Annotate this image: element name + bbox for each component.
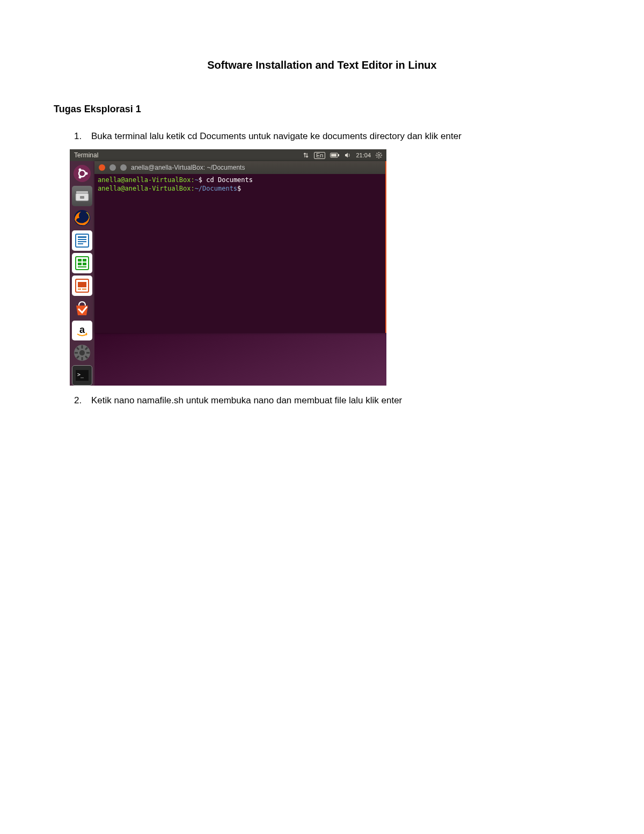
amazon-icon[interactable]: a <box>72 321 92 341</box>
maximize-icon[interactable] <box>120 164 127 171</box>
step-text: Buka terminal lalu ketik cd Documents un… <box>91 131 462 142</box>
files-icon[interactable] <box>72 186 92 206</box>
volume-icon[interactable] <box>345 152 351 158</box>
step-2: 2. Ketik nano namafile.sh untuk membuka … <box>74 395 590 406</box>
svg-rect-24 <box>78 241 86 242</box>
svg-rect-28 <box>83 259 86 262</box>
unity-launcher: a >_ <box>70 161 94 386</box>
svg-text:>_: >_ <box>77 372 84 378</box>
step-text: Ketik nano namafile.sh untuk membuka nan… <box>91 395 402 406</box>
step-number: 1. <box>74 131 84 142</box>
svg-point-15 <box>79 168 82 171</box>
svg-rect-25 <box>78 243 83 244</box>
calc-icon[interactable] <box>72 253 92 273</box>
prompt-path: ~/Documents <box>195 185 237 192</box>
svg-rect-27 <box>78 259 82 262</box>
svg-rect-35 <box>82 288 86 290</box>
software-center-icon[interactable] <box>72 298 92 318</box>
terminal-title: anella@anella-VirtualBox: ~/Documents <box>131 164 245 171</box>
section-heading: Tugas Eksplorasi 1 <box>54 104 590 115</box>
gear-icon[interactable] <box>376 152 382 158</box>
document-title: Software Installation and Text Editor in… <box>54 59 590 71</box>
svg-rect-2 <box>331 154 336 157</box>
svg-point-12 <box>74 165 91 182</box>
minimize-icon[interactable] <box>109 164 116 171</box>
ubuntu-screenshot: Terminal En 21:04 <box>70 149 386 386</box>
impress-icon[interactable] <box>72 275 92 296</box>
clock[interactable]: 21:04 <box>356 152 371 158</box>
svg-rect-19 <box>80 196 84 199</box>
prompt-user: anella@anella-VirtualBox <box>98 176 191 184</box>
step-1: 1. Buka terminal lalu ketik cd Documents… <box>74 131 590 142</box>
firefox-icon[interactable] <box>72 208 92 229</box>
svg-line-11 <box>380 153 381 154</box>
svg-line-9 <box>380 157 381 157</box>
svg-rect-17 <box>76 191 88 193</box>
svg-rect-22 <box>78 236 86 238</box>
terminal-body[interactable]: anella@anella-VirtualBox:~$ cd Documents… <box>94 174 385 333</box>
svg-rect-29 <box>78 263 82 265</box>
svg-rect-26 <box>76 257 89 270</box>
prompt-path: ~ <box>195 176 199 184</box>
ubuntu-dash-icon[interactable] <box>72 163 92 184</box>
svg-text:a: a <box>79 324 85 335</box>
terminal-window: anella@anella-VirtualBox: ~/Documents an… <box>94 161 386 333</box>
step-number: 2. <box>74 395 84 406</box>
writer-icon[interactable] <box>72 230 92 251</box>
svg-point-3 <box>378 154 380 156</box>
prompt-user: anella@anella-VirtualBox <box>98 185 191 192</box>
svg-line-10 <box>377 157 377 157</box>
svg-rect-30 <box>83 263 86 265</box>
menu-bar: Terminal En 21:04 <box>70 149 386 161</box>
close-icon[interactable] <box>99 164 105 171</box>
svg-rect-23 <box>78 239 86 240</box>
svg-line-8 <box>377 153 377 154</box>
terminal-launcher-icon[interactable]: >_ <box>72 365 92 386</box>
menubar-app-label: Terminal <box>74 151 98 159</box>
svg-rect-21 <box>76 234 89 247</box>
terminal-line: anella@anella-VirtualBox:~/Documents$ <box>98 185 382 193</box>
settings-icon[interactable] <box>72 343 92 363</box>
terminal-command: cd Documents <box>206 176 253 184</box>
language-indicator[interactable]: En <box>314 152 325 159</box>
network-icon[interactable] <box>303 152 309 158</box>
terminal-titlebar: anella@anella-VirtualBox: ~/Documents <box>94 161 385 174</box>
battery-icon[interactable] <box>330 153 340 158</box>
svg-point-14 <box>85 172 88 175</box>
svg-rect-34 <box>78 288 81 290</box>
svg-rect-33 <box>78 282 86 287</box>
svg-point-16 <box>79 176 82 178</box>
svg-rect-31 <box>78 266 86 267</box>
svg-point-38 <box>79 350 85 356</box>
svg-rect-1 <box>338 154 339 156</box>
terminal-line: anella@anella-VirtualBox:~$ cd Documents <box>98 176 382 185</box>
